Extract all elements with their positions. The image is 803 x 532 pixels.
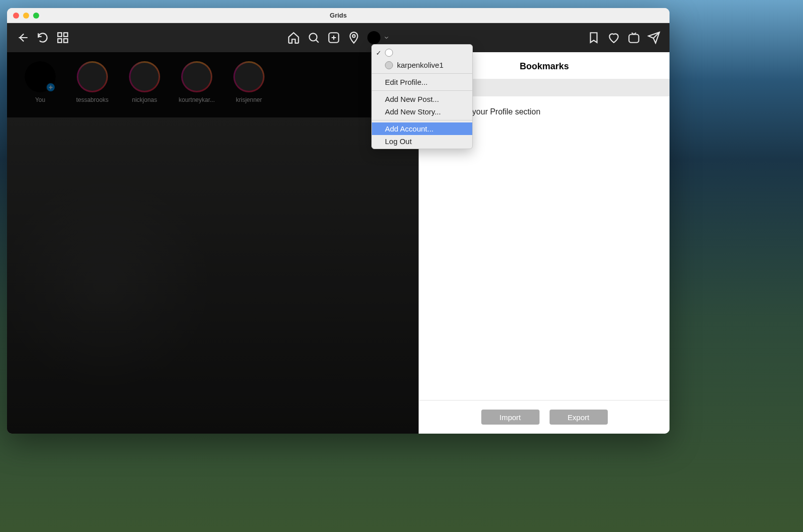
svg-point-6 (352, 35, 355, 37)
svg-rect-2 (58, 39, 62, 43)
dim-overlay (7, 52, 419, 434)
window-title: Grids (330, 12, 347, 19)
titlebar: Grids (7, 8, 670, 23)
new-post-icon[interactable] (327, 31, 340, 44)
export-button[interactable]: Export (550, 410, 608, 425)
location-icon[interactable] (347, 31, 360, 44)
window-controls (13, 13, 39, 19)
avatar-icon (367, 31, 380, 44)
menu-account-name: karpenkolive1 (397, 61, 444, 69)
account-dropdown-button[interactable] (367, 31, 389, 44)
menu-separator (372, 90, 472, 91)
menu-add-story[interactable]: Add New Story... (372, 105, 472, 118)
home-icon[interactable] (287, 31, 300, 44)
bookmark-icon[interactable] (587, 31, 600, 44)
svg-rect-3 (64, 39, 68, 43)
menu-edit-profile[interactable]: Edit Profile... (372, 76, 472, 88)
toolbar (7, 23, 670, 52)
menu-separator (372, 73, 472, 74)
igtv-icon[interactable] (627, 31, 640, 44)
content-area: +Youtessabrooksnickjonaskourtneykar...kr… (7, 52, 670, 434)
panel-footer: Import Export (419, 400, 670, 434)
menu-add-account[interactable]: Add Account... (372, 122, 472, 135)
account-avatar-icon (385, 61, 393, 69)
svg-point-4 (309, 33, 317, 41)
direct-icon[interactable] (647, 31, 660, 44)
feed-area: +Youtessabrooksnickjonaskourtneykar...kr… (7, 52, 419, 434)
svg-rect-0 (58, 33, 62, 37)
import-button[interactable]: Import (481, 410, 540, 425)
account-menu: ✓ karpenkolive1 Edit Profile... Add New … (371, 44, 473, 149)
back-icon[interactable] (16, 31, 29, 44)
close-window-button[interactable] (13, 13, 19, 19)
account-avatar-icon (385, 49, 393, 57)
svg-rect-1 (64, 33, 68, 37)
menu-add-post[interactable]: Add New Post... (372, 93, 472, 105)
menu-account-current[interactable]: ✓ (372, 47, 472, 59)
chevron-down-icon (383, 35, 389, 41)
svg-rect-7 (629, 35, 639, 43)
app-window: Grids +Youtessabrook (7, 8, 670, 434)
grid-icon[interactable] (56, 31, 69, 44)
menu-log-out[interactable]: Log Out (372, 135, 472, 148)
search-icon[interactable] (307, 31, 320, 44)
zoom-window-button[interactable] (33, 13, 39, 19)
menu-separator (372, 120, 472, 120)
menu-account-secondary[interactable]: karpenkolive1 (372, 59, 472, 71)
reload-icon[interactable] (36, 31, 49, 44)
minimize-window-button[interactable] (23, 13, 29, 19)
heart-icon[interactable] (607, 31, 620, 44)
check-icon: ✓ (376, 49, 381, 57)
